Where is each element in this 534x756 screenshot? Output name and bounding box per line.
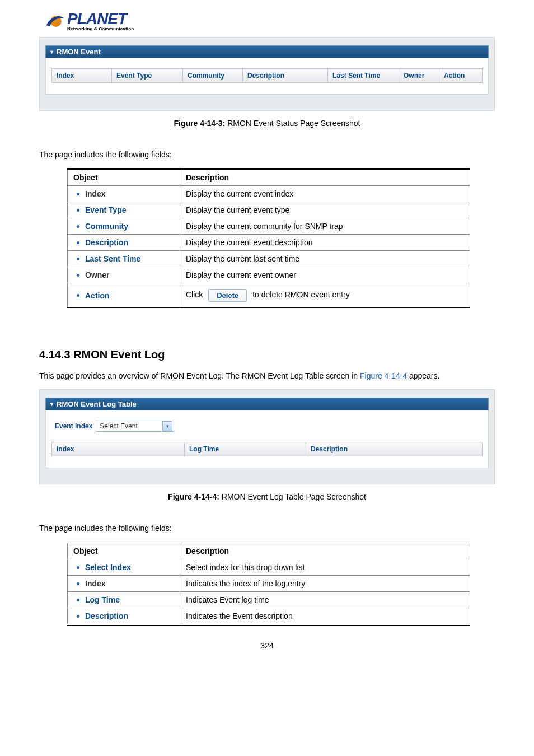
- col-owner: Owner: [399, 69, 439, 83]
- object-description: Display the current event type: [180, 202, 470, 218]
- object-description: Display the current event index: [180, 186, 470, 202]
- panel-title: RMON Event Log Table: [57, 400, 137, 408]
- object-description: Indicates Event log time: [180, 592, 470, 608]
- col-action: Action: [439, 69, 483, 83]
- object-label: Index: [85, 189, 106, 198]
- bullet-icon: [77, 193, 79, 195]
- fields-table-2: Object Description Select IndexSelect in…: [67, 542, 470, 626]
- object-description: Display the current event description: [180, 235, 470, 251]
- logo-subtitle: Networking & Communication: [67, 27, 134, 31]
- table-row: Event TypeDisplay the current event type: [68, 202, 470, 218]
- intro-text-1: The page includes the following fields:: [39, 150, 495, 159]
- figure-caption-2: Figure 4-14-4: RMON Event Log Table Page…: [39, 492, 495, 501]
- th-object: Object: [68, 543, 180, 559]
- object-description: Indicates the Event description: [180, 608, 470, 625]
- figure-label: Figure 4-14-4:: [168, 492, 219, 501]
- rmon-event-panel: ▾ RMON Event Index Event Type Community …: [39, 37, 495, 111]
- col-community: Community: [183, 69, 243, 83]
- table-row: CommunityDisplay the current community f…: [68, 218, 470, 235]
- col-event-type: Event Type: [112, 69, 183, 83]
- section-intro: This page provides an overview of RMON E…: [39, 371, 495, 380]
- col-last-sent-time: Last Sent Time: [328, 69, 399, 83]
- caret-down-icon: ▾: [50, 402, 53, 407]
- object-label: Community: [85, 222, 128, 231]
- th-description: Description: [180, 543, 470, 559]
- object-label: Select Index: [85, 563, 131, 572]
- table-row: IndexDisplay the current event index: [68, 186, 470, 202]
- figure-caption-1: Figure 4-14-3: RMON Event Status Page Sc…: [39, 119, 495, 128]
- figure-link[interactable]: Figure 4-14-4: [360, 371, 407, 380]
- bullet-icon: [77, 274, 79, 277]
- globe-icon: [45, 11, 65, 31]
- col-index: Index: [52, 442, 185, 456]
- bullet-icon: [77, 241, 79, 244]
- rmon-event-log-table: Index Log Time Description: [51, 442, 483, 456]
- col-description: Description: [243, 69, 328, 83]
- panel-title: RMON Event: [57, 48, 101, 56]
- section-heading: 4.14.3 RMON Event Log: [39, 348, 495, 361]
- event-index-label: Event Index: [55, 422, 92, 430]
- panel-title-bar[interactable]: ▾ RMON Event Log Table: [45, 398, 489, 410]
- bullet-icon: [77, 258, 79, 260]
- brand-logo: PLANET Networking & Communication: [45, 11, 495, 31]
- figure-text: RMON Event Status Page Screenshot: [227, 119, 360, 128]
- table-row: OwnerDisplay the current event owner: [68, 267, 470, 283]
- col-index: Index: [52, 69, 112, 83]
- event-index-select[interactable]: Select Event ▾: [96, 421, 174, 432]
- table-row: Log TimeIndicates Event log time: [68, 592, 470, 608]
- figure-label: Figure 4-14-3:: [174, 119, 225, 128]
- object-label: Owner: [85, 270, 110, 279]
- intro-text-2: The page includes the following fields:: [39, 524, 495, 533]
- caret-down-icon: ▾: [50, 49, 53, 55]
- logo-title: PLANET: [67, 11, 134, 27]
- bullet-icon: [77, 566, 79, 569]
- figure-text: RMON Event Log Table Page Screenshot: [222, 492, 366, 501]
- object-label: Action: [85, 291, 110, 300]
- object-label: Last Sent Time: [85, 254, 140, 263]
- object-description: Display the current last sent time: [180, 251, 470, 267]
- rmon-event-log-panel: ▾ RMON Event Log Table Event Index Selec…: [39, 389, 495, 484]
- object-label: Index: [85, 579, 106, 588]
- object-description: Indicates the index of the log entry: [180, 576, 470, 592]
- object-description: Select index for this drop down list: [180, 559, 470, 576]
- th-object: Object: [68, 169, 180, 186]
- bullet-icon: [77, 209, 79, 212]
- page-number: 324: [39, 641, 495, 650]
- col-log-time: Log Time: [185, 442, 306, 456]
- table-row: IndexIndicates the index of the log entr…: [68, 576, 470, 592]
- object-label: Description: [85, 238, 128, 247]
- table-row: DescriptionIndicates the Event descripti…: [68, 608, 470, 625]
- th-description: Description: [180, 169, 470, 186]
- object-description: Display the current event owner: [180, 267, 470, 283]
- bullet-icon: [77, 615, 79, 618]
- object-label: Log Time: [85, 595, 120, 604]
- bullet-icon: [77, 582, 79, 585]
- table-row: Last Sent TimeDisplay the current last s…: [68, 251, 470, 267]
- bullet-icon: [77, 294, 79, 297]
- col-description: Description: [306, 442, 483, 456]
- panel-title-bar[interactable]: ▾ RMON Event: [45, 45, 489, 58]
- fields-table-1: Object Description IndexDisplay the curr…: [67, 168, 470, 309]
- table-row: ActionClick Delete to delete RMON event …: [68, 283, 470, 309]
- table-row: Select IndexSelect index for this drop d…: [68, 559, 470, 576]
- object-description: Display the current community for SNMP t…: [180, 218, 470, 235]
- object-label: Description: [85, 612, 128, 620]
- delete-button[interactable]: Delete: [208, 289, 247, 302]
- bullet-icon: [77, 599, 79, 601]
- rmon-event-table: Index Event Type Community Description L…: [51, 68, 483, 83]
- select-value: Select Event: [100, 422, 137, 430]
- chevron-down-icon: ▾: [162, 421, 172, 431]
- object-label: Event Type: [85, 206, 127, 214]
- object-description: Click Delete to delete RMON event entry: [180, 283, 470, 309]
- table-row: DescriptionDisplay the current event des…: [68, 235, 470, 251]
- bullet-icon: [77, 225, 79, 228]
